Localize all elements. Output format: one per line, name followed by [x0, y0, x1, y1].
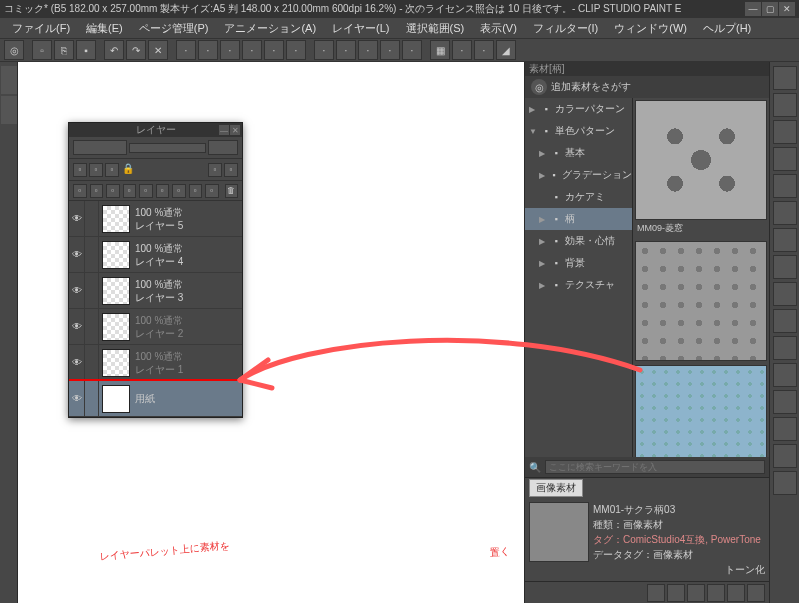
- dock-btn[interactable]: [773, 309, 797, 333]
- redo-icon[interactable]: ↷: [126, 40, 146, 60]
- tool-icon[interactable]: ·: [242, 40, 262, 60]
- tool-icon[interactable]: ·: [474, 40, 494, 60]
- layer-btn[interactable]: ▫: [123, 184, 137, 198]
- menu-layer[interactable]: レイヤー(L): [324, 19, 397, 38]
- dock-btn[interactable]: [773, 174, 797, 198]
- tool-icon[interactable]: ·: [336, 40, 356, 60]
- trash-icon[interactable]: [747, 584, 765, 602]
- dock-btn[interactable]: [773, 336, 797, 360]
- menu-edit[interactable]: 編集(E): [78, 19, 131, 38]
- dock-btn[interactable]: [773, 66, 797, 90]
- tool-icon[interactable]: ·: [380, 40, 400, 60]
- dock-btn[interactable]: [773, 471, 797, 495]
- material-thumb[interactable]: MM09-菱窓: [633, 98, 769, 239]
- open-icon[interactable]: ⎘: [54, 40, 74, 60]
- mat-tool-icon[interactable]: [667, 584, 685, 602]
- save-icon[interactable]: ▪: [76, 40, 96, 60]
- dock-btn[interactable]: [773, 390, 797, 414]
- material-search-link[interactable]: 追加素材をさがす: [551, 80, 631, 94]
- visibility-icon[interactable]: 👁: [69, 381, 85, 416]
- visibility-icon[interactable]: 👁: [69, 345, 85, 380]
- new-folder-icon[interactable]: ▫: [90, 184, 104, 198]
- material-header[interactable]: ◎ 追加素材をさがす: [525, 76, 769, 98]
- tree-item[interactable]: ▶ ▪ グラデーション: [525, 164, 632, 186]
- canvas[interactable]: レイヤー — ✕ ▫ ▫ ▫ 🔒 ▫ ▫ ▫: [18, 62, 524, 603]
- tool-icon[interactable]: ·: [176, 40, 196, 60]
- delete-icon[interactable]: ✕: [148, 40, 168, 60]
- lock-icon[interactable]: ▫: [73, 163, 87, 177]
- dock-tab[interactable]: [1, 96, 17, 124]
- menu-file[interactable]: ファイル(F): [4, 19, 78, 38]
- menu-filter[interactable]: フィルター(I): [525, 19, 606, 38]
- tag-button[interactable]: 画像素材: [529, 479, 583, 497]
- layer-row[interactable]: 👁 100 %通常 レイヤー 4: [69, 237, 242, 273]
- dock-btn[interactable]: [773, 363, 797, 387]
- csp-logo-icon[interactable]: ◎: [4, 40, 24, 60]
- trash-icon[interactable]: 🗑: [225, 184, 239, 198]
- dock-btn[interactable]: [773, 255, 797, 279]
- opacity-value[interactable]: [208, 140, 238, 155]
- mat-tool-icon[interactable]: [707, 584, 725, 602]
- layer-meta[interactable]: [85, 201, 99, 236]
- tree-item[interactable]: ▪ カケアミ: [525, 186, 632, 208]
- layer-row[interactable]: 👁 100 %通常 レイヤー 5: [69, 201, 242, 237]
- tool-icon[interactable]: ·: [358, 40, 378, 60]
- menu-selection[interactable]: 選択範囲(S): [398, 19, 473, 38]
- minimize-button[interactable]: —: [745, 2, 761, 16]
- tree-item[interactable]: ▶ ▪ 基本: [525, 142, 632, 164]
- layer-row[interactable]: 👁 用紙: [69, 381, 242, 417]
- layer-btn[interactable]: ▫: [172, 184, 186, 198]
- layer-btn[interactable]: ▫: [208, 163, 222, 177]
- tree-item[interactable]: ▶ ▪ 背景: [525, 252, 632, 274]
- dock-btn[interactable]: [773, 120, 797, 144]
- palette-minimize-icon[interactable]: —: [219, 125, 229, 135]
- mat-tool-icon[interactable]: [647, 584, 665, 602]
- tool-icon[interactable]: ·: [220, 40, 240, 60]
- new-layer-icon[interactable]: ▫: [73, 184, 87, 198]
- menu-page[interactable]: ページ管理(P): [131, 19, 217, 38]
- layer-btn[interactable]: ▫: [189, 184, 203, 198]
- material-search-input[interactable]: [545, 460, 765, 474]
- tree-item[interactable]: ▶ ▪ 柄: [525, 208, 632, 230]
- layer-btn[interactable]: ▫: [139, 184, 153, 198]
- blend-mode-select[interactable]: [73, 140, 127, 155]
- layer-meta[interactable]: [85, 345, 99, 380]
- visibility-icon[interactable]: 👁: [69, 237, 85, 272]
- mat-tool-icon[interactable]: [687, 584, 705, 602]
- menu-view[interactable]: 表示(V): [472, 19, 525, 38]
- lock-all-icon[interactable]: 🔒: [121, 163, 135, 177]
- dock-btn[interactable]: [773, 228, 797, 252]
- layer-meta[interactable]: [85, 237, 99, 272]
- grid-icon[interactable]: ▦: [430, 40, 450, 60]
- opacity-slider[interactable]: [129, 143, 206, 153]
- mat-tool-icon[interactable]: [727, 584, 745, 602]
- dock-btn[interactable]: [773, 147, 797, 171]
- lock-icon[interactable]: ▫: [89, 163, 103, 177]
- visibility-icon[interactable]: 👁: [69, 273, 85, 308]
- dock-btn[interactable]: [773, 201, 797, 225]
- visibility-icon[interactable]: 👁: [69, 201, 85, 236]
- tool-icon[interactable]: ·: [264, 40, 284, 60]
- tree-item[interactable]: ▶ ▪ カラーパターン: [525, 98, 632, 120]
- new-icon[interactable]: ▫: [32, 40, 52, 60]
- layer-btn[interactable]: ▫: [224, 163, 238, 177]
- tool-icon[interactable]: ·: [314, 40, 334, 60]
- lock-icon[interactable]: ▫: [105, 163, 119, 177]
- tree-item[interactable]: ▶ ▪ 効果・心情: [525, 230, 632, 252]
- layer-meta[interactable]: [85, 273, 99, 308]
- visibility-icon[interactable]: 👁: [69, 309, 85, 344]
- dock-btn[interactable]: [773, 417, 797, 441]
- close-button[interactable]: ✕: [779, 2, 795, 16]
- layer-row[interactable]: 👁 100 %通常 レイヤー 3: [69, 273, 242, 309]
- menu-animation[interactable]: アニメーション(A): [216, 19, 324, 38]
- tree-item[interactable]: ▼ ▪ 単色パターン: [525, 120, 632, 142]
- dock-btn[interactable]: [773, 444, 797, 468]
- layer-btn[interactable]: ▫: [205, 184, 219, 198]
- tool-icon[interactable]: ·: [286, 40, 306, 60]
- material-thumb[interactable]: MM01-トルコキキョウ柄: [633, 363, 769, 457]
- tool-icon[interactable]: ·: [452, 40, 472, 60]
- tool-icon[interactable]: ·: [402, 40, 422, 60]
- layer-meta[interactable]: [85, 309, 99, 344]
- material-tab[interactable]: 素材[柄]: [525, 62, 769, 76]
- layer-btn[interactable]: ▫: [156, 184, 170, 198]
